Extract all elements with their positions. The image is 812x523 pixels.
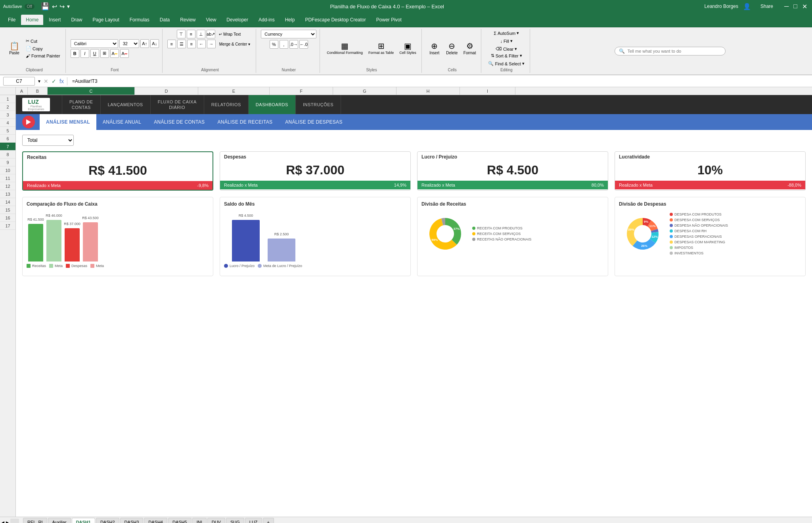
ribbon-tab-add-ins[interactable]: Add-ins: [254, 15, 280, 25]
row-header-13[interactable]: 13: [0, 190, 15, 198]
underline-button[interactable]: U: [90, 49, 99, 58]
align-center-btn[interactable]: ☰: [177, 40, 186, 48]
col-header-F[interactable]: F: [270, 87, 333, 95]
sheet-nav-right-icon[interactable]: ▸: [6, 519, 9, 523]
bold-button[interactable]: B: [71, 49, 79, 58]
sheet-tab-duv[interactable]: DUV: [207, 518, 225, 523]
save-icon[interactable]: 💾: [41, 2, 50, 11]
nav-item-instruções[interactable]: INSTRUÇÕES: [296, 95, 341, 114]
sheet-tab-luz[interactable]: LUZ: [245, 518, 262, 523]
formula-confirm-icon[interactable]: ✓: [52, 78, 56, 84]
row-header-7[interactable]: 7: [0, 143, 15, 151]
sheet-tab-dash3[interactable]: DASH3: [120, 518, 144, 523]
kpi-card-3[interactable]: Lucratividade 10% Realizado x Meta -88,0…: [615, 151, 806, 191]
autosave-toggle[interactable]: Off: [25, 4, 34, 9]
row-header-8[interactable]: 8: [0, 151, 15, 158]
sheet-tab-dash4[interactable]: DASH4: [144, 518, 167, 523]
autosum-button[interactable]: Σ AutoSum ▾: [492, 30, 521, 36]
nav-item-plano-de-contas[interactable]: PLANO DECONTAS: [62, 95, 101, 114]
align-top-btn[interactable]: ⊤: [177, 30, 186, 38]
sub-nav-item-análise-mensal[interactable]: ANÁLISE MENSAL: [40, 114, 96, 130]
copy-button[interactable]: 📄 Copy: [24, 45, 62, 52]
row-header-14[interactable]: 14: [0, 198, 15, 206]
conditional-formatting-button[interactable]: ▦ Conditional Formatting: [325, 41, 365, 56]
increase-decimal-btn[interactable]: .0→: [289, 40, 298, 49]
col-header-A[interactable]: A: [16, 87, 28, 95]
formula-input[interactable]: [71, 77, 809, 86]
sheet-tab-sug[interactable]: SUG: [226, 518, 244, 523]
increase-font-btn[interactable]: A↑: [140, 39, 149, 48]
col-header-E[interactable]: E: [198, 87, 270, 95]
ribbon-tab-help[interactable]: Help: [280, 15, 300, 25]
kpi-card-2[interactable]: Lucro / Prejuízo R$ 4.500 Realizado x Me…: [417, 151, 608, 191]
customize-icon[interactable]: ▾: [67, 3, 70, 10]
decrease-font-btn[interactable]: A↓: [150, 39, 159, 48]
col-header-D[interactable]: D: [135, 87, 198, 95]
ribbon-tab-page-layout[interactable]: Page Layout: [88, 15, 124, 25]
row-header-12[interactable]: 12: [0, 182, 15, 190]
font-size-select[interactable]: 32: [119, 39, 139, 48]
sheet-nav-left-icon[interactable]: ◂: [2, 519, 4, 523]
find-select-button[interactable]: 🔍 Find & Select ▾: [486, 60, 526, 67]
indent-decrease-btn[interactable]: ←: [197, 40, 206, 48]
kpi-card-1[interactable]: Despesas R$ 37.000 Realizado x Meta 14,9…: [220, 151, 411, 191]
redo-icon[interactable]: ↪: [59, 3, 65, 10]
wrap-text-button[interactable]: ↵ Wrap Text: [216, 31, 243, 38]
sheet-tab-rel_ri[interactable]: REL_RI: [23, 518, 47, 523]
align-left-btn[interactable]: ≡: [167, 40, 176, 48]
ribbon-tab-insert[interactable]: Insert: [44, 15, 65, 25]
orient-btn[interactable]: ab↗: [207, 30, 215, 38]
sheet-tab-dash1[interactable]: DASH1: [72, 518, 95, 523]
formula-function-icon[interactable]: fx: [59, 78, 64, 84]
row-header-1[interactable]: 1: [0, 95, 15, 103]
row-header-4[interactable]: 4: [0, 119, 15, 127]
sheet-tab-ini[interactable]: INI: [192, 518, 207, 523]
ribbon-tab-data[interactable]: Data: [155, 15, 174, 25]
align-bottom-btn[interactable]: ⊥: [197, 30, 205, 38]
ribbon-tab-draw[interactable]: Draw: [66, 15, 87, 25]
cut-button[interactable]: ✂ Cut: [24, 38, 62, 44]
nav-item-fluxo-de-caixa-diário[interactable]: FLUXO DE CAIXADIÁRIO: [151, 95, 204, 114]
ribbon-tab-home[interactable]: Home: [21, 15, 43, 25]
row-header-2[interactable]: 2: [0, 103, 15, 111]
col-header-C[interactable]: C: [48, 87, 135, 95]
nav-item-lançamentos[interactable]: LANÇAMENTOS: [101, 95, 151, 114]
row-header-5[interactable]: 5: [0, 127, 15, 135]
sort-filter-button[interactable]: ⇅ Sort & Filter ▾: [489, 52, 524, 59]
align-middle-btn[interactable]: ≡: [187, 30, 195, 38]
nav-item-relatórios[interactable]: RELATÓRIOS: [204, 95, 249, 114]
kpi-card-0[interactable]: Receitas R$ 41.500 Realizado x Meta -9,8…: [22, 151, 213, 191]
nav-item-dashboards[interactable]: DASHBOARDS: [249, 95, 296, 114]
row-header-16[interactable]: 16: [0, 214, 15, 222]
row-header-3[interactable]: 3: [0, 111, 15, 119]
sub-nav-item-análise-de-receitas[interactable]: ANÁLISE DE RECEITAS: [211, 114, 279, 130]
formula-cancel-icon[interactable]: ✕: [44, 78, 48, 84]
format-painter-button[interactable]: 🖌 Format Painter: [24, 53, 62, 59]
font-color-button[interactable]: A▬: [120, 49, 129, 58]
sub-nav-item-análise-de-despesas[interactable]: ANÁLISE DE DESPESAS: [279, 114, 349, 130]
ribbon-tab-review[interactable]: Review: [175, 15, 200, 25]
row-header-17[interactable]: 17: [0, 222, 15, 230]
clear-button[interactable]: ⌫ Clear ▾: [494, 46, 519, 52]
col-header-H[interactable]: H: [396, 87, 460, 95]
fill-color-button[interactable]: A▬: [110, 49, 119, 58]
formula-expand-icon[interactable]: ▾: [38, 78, 40, 84]
add-sheet-button[interactable]: +: [263, 518, 274, 523]
comma-btn[interactable]: ,: [280, 40, 288, 49]
border-button[interactable]: ⊞: [100, 49, 109, 58]
insert-button[interactable]: ⊕ Insert: [427, 41, 442, 56]
undo-icon[interactable]: ↩: [52, 3, 57, 10]
row-header-15[interactable]: 15: [0, 206, 15, 214]
sheet-tab-dash5[interactable]: DASH5: [168, 518, 192, 523]
decrease-decimal-btn[interactable]: ←.0: [299, 40, 308, 49]
paste-button[interactable]: 📋 Paste: [6, 41, 22, 56]
row-header-9[interactable]: 9: [0, 158, 15, 166]
ribbon-tab-power-pivot[interactable]: Power Pivot: [372, 15, 406, 25]
name-box[interactable]: [3, 77, 35, 86]
col-header-B[interactable]: B: [28, 87, 48, 95]
indent-increase-btn[interactable]: →: [207, 40, 216, 48]
row-header-10[interactable]: 10: [0, 166, 15, 174]
col-header-I[interactable]: I: [460, 87, 515, 95]
ribbon-tab-view[interactable]: View: [201, 15, 221, 25]
row-header-6[interactable]: 6: [0, 135, 15, 143]
